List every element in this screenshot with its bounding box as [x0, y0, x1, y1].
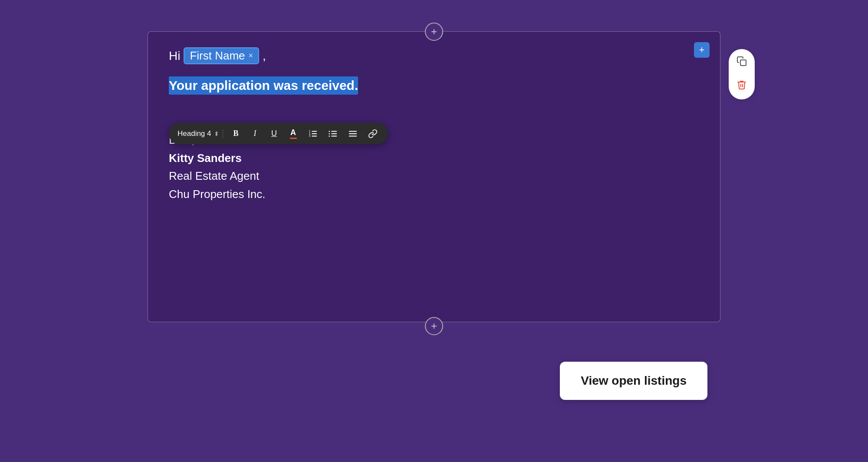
svg-point-10: [329, 131, 330, 132]
trash-icon: [736, 79, 747, 90]
link-icon: [368, 129, 378, 139]
heading-style-selector[interactable]: Heading 4 ⬍: [178, 129, 223, 138]
formatting-toolbar: Heading 4 ⬍ B I U A: [169, 123, 388, 144]
add-block-top-button[interactable]: +: [425, 23, 443, 41]
side-action-panel: [729, 49, 755, 99]
ordered-list-button[interactable]: 1 2 3: [306, 128, 319, 139]
link-button[interactable]: [366, 128, 379, 139]
first-name-tag-close[interactable]: ×: [249, 51, 253, 60]
heading-style-label: Heading 4: [178, 129, 211, 138]
greeting-line: Hi First Name × ,: [169, 47, 699, 64]
svg-point-12: [329, 135, 330, 137]
view-open-listings-button[interactable]: View open listings: [560, 362, 707, 400]
selected-heading-text[interactable]: Your application was received.: [169, 76, 699, 96]
chevron-down-icon: ⬍: [214, 130, 219, 137]
bottom-action-area: View open listings: [148, 331, 720, 431]
delete-block-button[interactable]: [735, 78, 749, 94]
font-color-icon: A: [290, 128, 297, 139]
unordered-list-icon: [328, 129, 338, 139]
align-button[interactable]: [346, 128, 359, 139]
first-name-tag-label: First Name: [190, 49, 245, 63]
copy-block-button[interactable]: [735, 54, 749, 71]
align-icon: [348, 129, 358, 139]
insert-variable-button[interactable]: +: [694, 42, 710, 58]
bold-button[interactable]: B: [230, 128, 242, 139]
svg-text:3: 3: [309, 134, 310, 137]
plus-icon-top: +: [431, 26, 437, 37]
editor-card: + H: [148, 31, 720, 322]
plus-icon-variable: +: [699, 44, 705, 56]
unordered-list-button[interactable]: [326, 128, 339, 139]
content-line-4: Chu Properties Inc.: [169, 185, 699, 204]
first-name-tag[interactable]: First Name ×: [184, 47, 259, 64]
content-line-3: Real Estate Agent: [169, 167, 699, 185]
content-line-2: Kitty Sanders: [169, 149, 699, 168]
italic-button[interactable]: I: [249, 128, 261, 139]
greeting-suffix: ,: [263, 49, 266, 63]
copy-icon: [736, 56, 747, 66]
ordered-list-icon: 1 2 3: [308, 129, 318, 139]
svg-rect-0: [740, 60, 746, 66]
underline-button[interactable]: U: [268, 128, 280, 139]
font-color-button[interactable]: A: [287, 127, 299, 140]
add-block-bottom-button[interactable]: +: [425, 317, 443, 335]
svg-point-11: [329, 133, 330, 134]
plus-icon-bottom: +: [431, 321, 437, 331]
greeting-prefix: Hi: [169, 49, 180, 63]
